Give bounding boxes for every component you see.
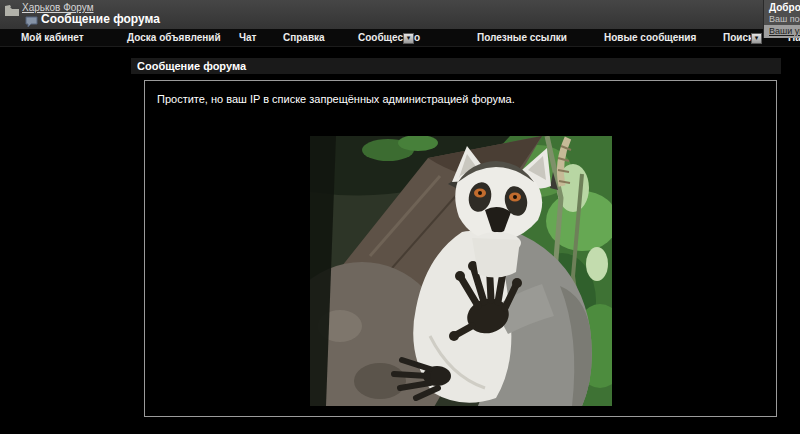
nav-bar: Мой кабинет Доска объявлений Чат Справка… (0, 29, 800, 47)
page-title: Сообщение форума (41, 12, 160, 26)
lemur-photo (310, 136, 612, 406)
nav-item-chat[interactable]: Чат (239, 29, 257, 46)
forum-page: Харьков Форум Сообщение форума Добро п В… (0, 0, 800, 434)
nav-item-my-cabinet[interactable]: Мой кабинет (21, 29, 84, 46)
folder-icon (5, 2, 19, 20)
ban-message-text: Простите, но ваш IP в списке запрещённых… (157, 93, 515, 105)
nav-item-help[interactable]: Справка (283, 29, 325, 46)
breadcrumb-bar: Харьков Форум Сообщение форума (0, 0, 800, 29)
nav-item-search[interactable]: Поиск (723, 29, 753, 46)
community-dropdown-icon[interactable]: ▾ (403, 33, 414, 44)
welcome-greeting: Добро п (764, 0, 800, 13)
welcome-panel: Добро п Ваш пос Ваши ув (763, 0, 800, 38)
message-box: Простите, но ваш IP в списке запрещённых… (144, 80, 777, 417)
search-dropdown-icon[interactable]: ▾ (751, 33, 762, 44)
nav-item-new-messages[interactable]: Новые сообщения (604, 29, 696, 46)
notifications-link[interactable]: Ваши ув (769, 26, 800, 36)
forum-message-title: Сообщение форума (131, 58, 781, 74)
nav-item-useful-links[interactable]: Полезные ссылки (477, 29, 567, 46)
nav-item-message-board[interactable]: Доска объявлений (127, 29, 221, 46)
last-visit-text: Ваш пос (764, 13, 800, 25)
